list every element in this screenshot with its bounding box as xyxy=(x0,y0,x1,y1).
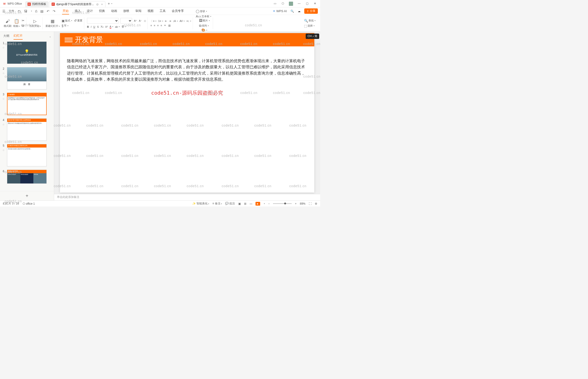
slide-thumb-6[interactable]: 系统开发环境 Python开发技术 MySQL数据库 B/S结构 xyxy=(7,170,47,184)
tab-menu-caret-icon[interactable]: ▾ xyxy=(111,2,112,5)
close-window-icon[interactable]: ✕ xyxy=(313,2,317,5)
textbox-button[interactable]: A▭文本框▾ xyxy=(196,15,211,18)
zoom-out-button[interactable]: − xyxy=(268,202,270,205)
star-icon[interactable]: ☆ xyxy=(2,123,5,126)
print-preview-icon[interactable]: ▤ xyxy=(40,9,43,13)
menu-member[interactable]: 会员专享 xyxy=(171,8,184,15)
doc-tab-active[interactable]: P django基于Spark的国漫推荐... ⊘ × xyxy=(49,1,105,7)
text-direction-button[interactable]: ↕A▾ xyxy=(173,20,178,22)
slide-thumb-1[interactable]: 💡基于Spark的国漫推荐系统 xyxy=(7,42,47,64)
italic-button[interactable]: I xyxy=(91,25,91,28)
font-color-button[interactable]: A▾ xyxy=(110,25,113,29)
decrease-font-button[interactable]: A⁻ xyxy=(139,19,142,22)
slide-thumb-3[interactable]: 开发背景 随着网络的飞速发展网络技术的应用越来越广泛而信息技术的飞速发展计算机管… xyxy=(7,93,47,115)
find-button[interactable]: 🔍查找▾ xyxy=(304,19,316,23)
bullets-button[interactable]: ⋮≡▾ xyxy=(151,20,156,23)
maximize-icon[interactable]: ▢ xyxy=(305,2,309,5)
window-box-icon[interactable]: ▭ xyxy=(273,2,277,5)
redo-icon[interactable]: ↷ xyxy=(53,9,55,13)
doc-tab-template[interactable]: D 找稻壳模板 xyxy=(25,1,49,7)
menu-view[interactable]: 视图 xyxy=(147,8,154,15)
cut-button[interactable]: ✂ xyxy=(22,19,24,22)
slide-canvas[interactable]: 开发背景 随着网络的飞速发展，网络技术的应用越来越广泛，而信息技术的飞速发展，计… xyxy=(60,33,314,192)
menu-start[interactable]: 开始 xyxy=(62,8,69,15)
package-icon[interactable]: ⬡ xyxy=(281,2,285,5)
search-icon[interactable]: 🔍 xyxy=(290,10,294,13)
pin-icon[interactable]: ⊘ xyxy=(96,2,99,6)
cloud-icon[interactable]: ☁ xyxy=(298,10,301,13)
paste-button[interactable]: 📋粘贴▾ xyxy=(13,19,20,28)
slide-thumb-4[interactable]: 国内外研究现状和意义趋势综述 国内外对于本课题的研究现状和意义趋势综述内容文本.… xyxy=(7,118,47,141)
fit-window-icon[interactable]: ⛶ xyxy=(309,202,312,205)
menu-insert[interactable]: 插入 xyxy=(74,8,81,15)
smart-beautify-button[interactable]: ✨ 智能美化▾ xyxy=(192,202,209,205)
columns-button[interactable]: ▥ xyxy=(168,24,170,27)
zoom-level[interactable]: 89% xyxy=(300,202,305,205)
settings-icon[interactable]: ⚙ xyxy=(315,202,317,205)
avatar-icon[interactable] xyxy=(289,2,293,6)
change-case-button[interactable]: 变▾ xyxy=(122,25,126,29)
collapse-panel-icon[interactable]: ‹ xyxy=(50,35,51,38)
increase-font-button[interactable]: A⁺ xyxy=(134,19,137,22)
select-button[interactable]: ⬚选择▾ xyxy=(304,24,316,28)
slide-thumb-2[interactable]: 摘 要 xyxy=(7,67,47,90)
notes-pane[interactable]: 单击此处添加备注 xyxy=(54,194,320,201)
decrease-indent-button[interactable]: ⇤ xyxy=(165,20,167,23)
comments-toggle[interactable]: 💬 批注 xyxy=(225,202,235,205)
wps-ai-button[interactable]: ✦WPS AI xyxy=(273,9,287,13)
superscript-button[interactable]: X² xyxy=(105,25,108,28)
from-current-button[interactable]: ▷当页开始▾ xyxy=(29,19,41,28)
new-slide-button[interactable]: ▦新建幻灯片▾ xyxy=(46,19,60,28)
star-icon[interactable]: ☆ xyxy=(2,149,5,152)
undo-icon[interactable]: ↶ xyxy=(47,9,50,13)
char-spacing-button[interactable]: AV▾ xyxy=(180,20,185,22)
font-family-select[interactable] xyxy=(87,18,118,24)
numbering-button[interactable]: 1≡▾ xyxy=(158,20,163,22)
menu-review[interactable]: 审阅 xyxy=(135,8,142,15)
section-button[interactable]: §节▾ xyxy=(62,24,72,28)
picture-button[interactable]: 🖼图片▾ xyxy=(199,19,210,22)
close-tab-icon[interactable]: × xyxy=(101,2,103,6)
minimize-icon[interactable]: — xyxy=(297,2,301,5)
increase-indent-button[interactable]: ⇥ xyxy=(169,20,171,23)
strike-button[interactable]: S xyxy=(97,25,99,28)
hamburger-icon[interactable]: ☰ xyxy=(2,9,5,13)
star-icon[interactable]: ☆ xyxy=(2,72,5,75)
align-center-button[interactable]: ≡ xyxy=(154,24,155,27)
slide-thumb-5[interactable]: 开发设计的想主及研究方向 开发设计的想主及研究方向说明内容... xyxy=(7,144,47,166)
add-tab-button[interactable]: + xyxy=(108,2,110,6)
menu-slideshow[interactable]: 放映 xyxy=(123,8,130,15)
office-indicator[interactable]: ⎔ office 1 xyxy=(23,202,35,205)
menu-transition[interactable]: 切换 xyxy=(99,8,105,15)
slideshow-button[interactable]: ▶ xyxy=(255,202,260,205)
sorter-view-icon[interactable]: ⊞ xyxy=(244,202,246,205)
slide-body-text[interactable]: 随着网络的飞速发展，网络技术的应用越来越广泛，而信息技术的飞速发展，计算机管理系… xyxy=(60,46,314,87)
reset-button[interactable]: ↺重置 xyxy=(74,19,82,22)
shape-button[interactable]: ◯形状▾ xyxy=(196,9,211,13)
thumbnails-list[interactable]: 1☆ 💡基于Spark的国漫推荐系统 2☆ 摘 要 3☆ 开发背景 随着网络的飞… xyxy=(0,40,54,191)
clear-format-button[interactable]: ◇ xyxy=(144,19,146,22)
add-slide-button[interactable]: + xyxy=(0,191,54,201)
fill-button[interactable]: 🎨▾ xyxy=(201,28,207,32)
outline-tab[interactable]: 大纲 xyxy=(3,34,9,39)
bold-button[interactable]: B xyxy=(87,25,89,28)
reading-view-icon[interactable]: ▭ xyxy=(250,202,252,205)
star-icon[interactable]: ☆ xyxy=(2,97,5,100)
normal-view-icon[interactable]: ▣ xyxy=(238,202,241,205)
share-button[interactable]: ⇪分享 xyxy=(304,8,318,14)
slides-tab[interactable]: 幻灯片 xyxy=(14,33,23,40)
subscript-button[interactable]: X₂ xyxy=(101,25,103,28)
app-tab-wps[interactable]: W WPS Office xyxy=(0,0,25,7)
menu-design[interactable]: 设计 xyxy=(86,8,93,15)
align-right-button[interactable]: ≡ xyxy=(157,24,159,27)
menu-tools[interactable]: 工具 xyxy=(159,8,166,15)
ime-indicator[interactable]: CH ♪ 简 xyxy=(306,33,319,39)
notes-toggle[interactable]: ≡ 备注▾ xyxy=(212,202,222,205)
justify-button[interactable]: ≡ xyxy=(161,24,162,27)
underline-button[interactable]: U xyxy=(93,25,95,28)
slideshow-caret[interactable]: ▾ xyxy=(264,203,265,205)
canvas-scroll[interactable]: 开发背景 随着网络的飞速发展，网络技术的应用越来越广泛，而信息技术的飞速发展，计… xyxy=(54,32,320,194)
highlight-button[interactable]: ab▾ xyxy=(115,25,120,28)
menu-animation[interactable]: 动画 xyxy=(111,8,118,15)
zoom-slider[interactable] xyxy=(273,203,292,204)
